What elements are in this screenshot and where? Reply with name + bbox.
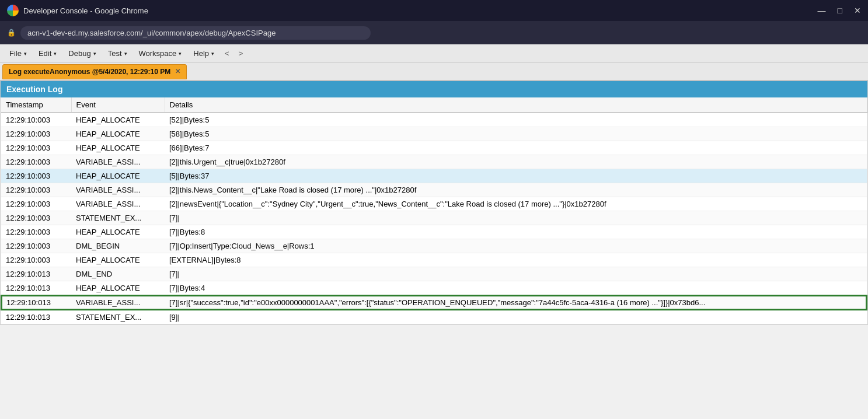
table-row[interactable]: 12:29:10:003DML_BEGIN[7]|Op:Insert|Type:… xyxy=(1,239,867,253)
cell-details: [66]|Bytes:7 xyxy=(165,141,867,155)
cell-event: HEAP_ALLOCATE xyxy=(71,225,165,239)
cell-timestamp: 12:29:10:003 xyxy=(1,239,71,253)
cell-details: [2]|this.Urgent__c|true|0x1b27280f xyxy=(165,155,867,169)
cell-timestamp: 12:29:10:013 xyxy=(1,295,71,310)
menu-file-label: File xyxy=(9,49,22,58)
menu-workspace-label: Workspace xyxy=(139,49,177,58)
table-row[interactable]: 12:29:10:003HEAP_ALLOCATE[52]|Bytes:5 xyxy=(1,113,867,127)
cell-event: HEAP_ALLOCATE xyxy=(71,169,165,183)
menu-help[interactable]: Help ▾ xyxy=(189,47,219,60)
cell-details: [7]| xyxy=(165,267,867,281)
nav-forward-button[interactable]: > xyxy=(235,47,247,60)
table-row[interactable]: 12:29:10:003VARIABLE_ASSI...[2]|newsEven… xyxy=(1,197,867,211)
execution-log-header: Execution Log xyxy=(1,81,867,97)
cell-event: DML_END xyxy=(71,267,165,281)
cell-timestamp: 12:29:10:013 xyxy=(1,281,71,296)
log-tab[interactable]: Log executeAnonymous @5/4/2020, 12:29:10… xyxy=(2,64,187,79)
cell-event: HEAP_ALLOCATE xyxy=(71,113,165,127)
table-row[interactable]: 12:29:10:013STATEMENT_EX...[9]| xyxy=(1,310,867,324)
table-row[interactable]: 12:29:10:003VARIABLE_ASSI...[2]|this.New… xyxy=(1,183,867,197)
col-header-details: Details xyxy=(165,97,867,113)
cell-event: HEAP_ALLOCATE xyxy=(71,127,165,141)
cell-event: HEAP_ALLOCATE xyxy=(71,253,165,267)
menu-workspace[interactable]: Workspace ▾ xyxy=(134,47,187,60)
log-table: Timestamp Event Details 12:29:10:003HEAP… xyxy=(1,97,867,324)
cell-timestamp: 12:29:10:003 xyxy=(1,127,71,141)
tab-close-button[interactable]: ✕ xyxy=(175,68,180,75)
cell-timestamp: 12:29:10:013 xyxy=(1,267,71,281)
menu-help-label: Help xyxy=(193,49,209,58)
cell-event: DML_BEGIN xyxy=(71,239,165,253)
menu-test-label: Test xyxy=(108,49,122,58)
table-row[interactable]: 12:29:10:003HEAP_ALLOCATE[66]|Bytes:7 xyxy=(1,141,867,155)
cell-timestamp: 12:29:10:013 xyxy=(1,310,71,324)
menu-debug[interactable]: Debug ▾ xyxy=(64,47,100,60)
cell-timestamp: 12:29:10:003 xyxy=(1,211,71,225)
table-row[interactable]: 12:29:10:003HEAP_ALLOCATE[EXTERNAL]|Byte… xyxy=(1,253,867,267)
menu-test-arrow: ▾ xyxy=(124,51,127,57)
col-header-timestamp: Timestamp xyxy=(1,97,71,113)
tab-label: Log executeAnonymous @5/4/2020, 12:29:10… xyxy=(9,68,170,76)
menu-edit[interactable]: Edit ▾ xyxy=(34,47,61,60)
cell-timestamp: 12:29:10:003 xyxy=(1,253,71,267)
table-row[interactable]: 12:29:10:003STATEMENT_EX...[7]| xyxy=(1,211,867,225)
table-row[interactable]: 12:29:10:013HEAP_ALLOCATE[7]|Bytes:4 xyxy=(1,281,867,296)
cell-details: [7]|Op:Insert|Type:Cloud_News__e|Rows:1 xyxy=(165,239,867,253)
title-bar: Developer Console - Google Chrome — □ ✕ xyxy=(0,0,868,21)
cell-timestamp: 12:29:10:003 xyxy=(1,113,71,127)
maximize-button[interactable]: □ xyxy=(838,6,842,15)
cell-event: VARIABLE_ASSI... xyxy=(71,197,165,211)
menu-edit-arrow: ▾ xyxy=(54,51,57,57)
cell-event: VARIABLE_ASSI... xyxy=(71,155,165,169)
menu-help-arrow: ▾ xyxy=(211,51,214,57)
table-row[interactable]: 12:29:10:013VARIABLE_ASSI...[7]|sr|{"suc… xyxy=(1,295,867,310)
table-row[interactable]: 12:29:10:003VARIABLE_ASSI...[2]|this.Urg… xyxy=(1,155,867,169)
cell-event: HEAP_ALLOCATE xyxy=(71,281,165,296)
cell-details: [9]| xyxy=(165,310,867,324)
cell-details: [7]|Bytes:4 xyxy=(165,281,867,296)
menu-test[interactable]: Test ▾ xyxy=(103,47,132,60)
lock-icon: 🔒 xyxy=(7,29,16,37)
main-content: Execution Log Timestamp Event Details 12… xyxy=(0,81,868,325)
chrome-logo-icon xyxy=(7,5,19,16)
cell-timestamp: 12:29:10:003 xyxy=(1,197,71,211)
close-button[interactable]: ✕ xyxy=(854,6,861,15)
url-input[interactable] xyxy=(20,26,371,40)
cell-event: STATEMENT_EX... xyxy=(71,211,165,225)
cell-details: [52]|Bytes:5 xyxy=(165,113,867,127)
title-bar-title: Developer Console - Google Chrome xyxy=(23,6,148,15)
cell-details: [58]|Bytes:5 xyxy=(165,127,867,141)
cell-event: HEAP_ALLOCATE xyxy=(71,141,165,155)
cell-details: [EXTERNAL]|Bytes:8 xyxy=(165,253,867,267)
table-row[interactable]: 12:29:10:003HEAP_ALLOCATE[5]|Bytes:37 xyxy=(1,169,867,183)
menu-bar: File ▾ Edit ▾ Debug ▾ Test ▾ Workspace ▾… xyxy=(0,44,868,63)
menu-file[interactable]: File ▾ xyxy=(5,47,32,60)
cell-event: VARIABLE_ASSI... xyxy=(71,183,165,197)
menu-debug-arrow: ▾ xyxy=(93,51,96,57)
cell-timestamp: 12:29:10:003 xyxy=(1,155,71,169)
table-row[interactable]: 12:29:10:013DML_END[7]| xyxy=(1,267,867,281)
cell-details: [7]|Bytes:8 xyxy=(165,225,867,239)
address-bar: 🔒 xyxy=(0,21,868,44)
cell-event: STATEMENT_EX... xyxy=(71,310,165,324)
tab-bar: Log executeAnonymous @5/4/2020, 12:29:10… xyxy=(0,63,868,81)
cell-timestamp: 12:29:10:003 xyxy=(1,169,71,183)
cell-details: [7]|sr|{"success":true,"id":"e00xx000000… xyxy=(165,295,867,310)
execution-log-title: Execution Log xyxy=(6,85,62,94)
nav-back-button[interactable]: < xyxy=(221,47,233,60)
menu-debug-label: Debug xyxy=(68,49,90,58)
minimize-button[interactable]: — xyxy=(818,6,826,15)
cell-details: [2]|newsEvent|{"Location__c":"Sydney Cit… xyxy=(165,197,867,211)
menu-workspace-arrow: ▾ xyxy=(179,51,182,57)
menu-edit-label: Edit xyxy=(39,49,51,58)
cell-event: VARIABLE_ASSI... xyxy=(71,295,165,310)
table-header-row: Timestamp Event Details xyxy=(1,97,867,113)
col-header-event: Event xyxy=(71,97,165,113)
title-bar-controls: — □ ✕ xyxy=(818,6,861,15)
cell-timestamp: 12:29:10:003 xyxy=(1,183,71,197)
cell-timestamp: 12:29:10:003 xyxy=(1,225,71,239)
table-row[interactable]: 12:29:10:003HEAP_ALLOCATE[7]|Bytes:8 xyxy=(1,225,867,239)
cell-details: [7]| xyxy=(165,211,867,225)
table-row[interactable]: 12:29:10:003HEAP_ALLOCATE[58]|Bytes:5 xyxy=(1,127,867,141)
menu-file-arrow: ▾ xyxy=(24,51,27,57)
